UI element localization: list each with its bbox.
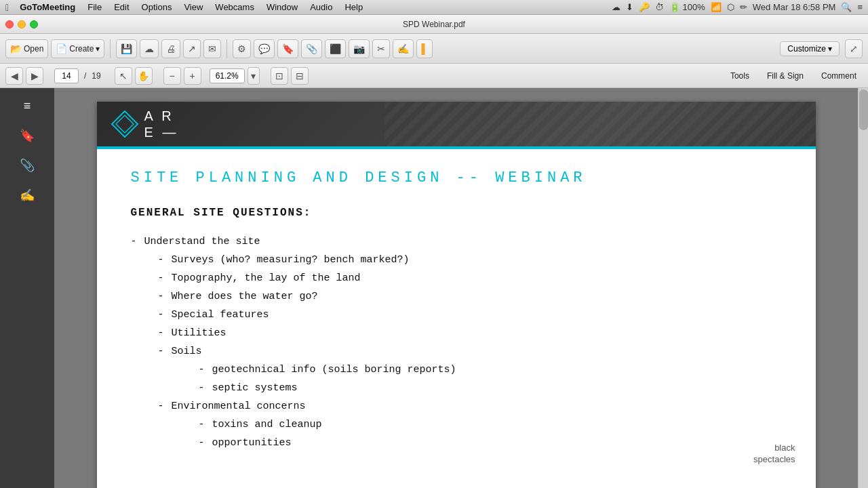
stamp-icon: 🔖 xyxy=(282,43,294,54)
create-label: Create xyxy=(69,44,94,54)
file-menu[interactable]: File xyxy=(82,1,107,14)
cloud-icon: ☁ xyxy=(144,43,154,54)
toolbar-separator-1 xyxy=(110,39,111,58)
watermark-line2: spectacles xyxy=(753,454,795,464)
attach-icon: 📎 xyxy=(306,43,317,54)
attach-button[interactable]: 📎 xyxy=(301,39,322,58)
sign-icon: ✍ xyxy=(397,43,409,54)
cursor-tool-button[interactable]: ↖ xyxy=(115,67,132,85)
zoom-out-icon: − xyxy=(170,70,175,81)
sidebar-bookmarks-button[interactable]: 🔖 xyxy=(15,123,39,148)
settings-button[interactable]: ⚙ xyxy=(233,39,251,58)
help-menu[interactable]: Help xyxy=(339,1,368,14)
comment-button[interactable]: Comment xyxy=(815,68,863,83)
redact-button[interactable]: ⬛ xyxy=(325,39,346,58)
fit-width-button[interactable]: ⊟ xyxy=(291,67,309,85)
signature-icon: ✍ xyxy=(20,188,35,203)
pdf-viewer[interactable]: A R E — SITE PLANNING AND DESIGN -- WEBI… xyxy=(54,88,858,488)
edit-menu[interactable]: Edit xyxy=(108,1,134,14)
pen-icon: ✏ xyxy=(740,2,747,12)
scan-button[interactable]: 📷 xyxy=(349,39,370,58)
menu-icon[interactable]: ≡ xyxy=(857,2,863,12)
create-arrow-icon: ▾ xyxy=(96,44,100,54)
pdf-header: A R E — xyxy=(97,102,816,149)
search-icon[interactable]: 🔍 xyxy=(841,2,852,12)
list-item: geotechnical info (soils boring reports) xyxy=(212,361,782,379)
zoom-in-icon: + xyxy=(190,70,195,81)
sidebar: ≡ 🔖 📎 ✍ xyxy=(0,88,54,488)
scroll-thumb[interactable] xyxy=(859,89,868,130)
fullscreen-button[interactable]: ⤢ xyxy=(845,39,863,58)
zoom-input[interactable] xyxy=(210,68,245,83)
scroll-bar[interactable] xyxy=(858,88,868,488)
pdf-content: SITE PLANNING AND DESIGN -- WEBINAR GENE… xyxy=(97,149,816,479)
sidebar-attachments-button[interactable]: 📎 xyxy=(15,153,39,178)
create-icon: 📄 xyxy=(56,43,67,54)
view-menu[interactable]: View xyxy=(178,1,208,14)
list-item: toxins and cleanup xyxy=(212,415,782,434)
stamp-button[interactable]: 🔖 xyxy=(277,39,298,58)
list-item: Understand the site xyxy=(144,232,782,251)
crop-button[interactable]: ✂ xyxy=(372,39,390,58)
fit-width-icon: ⊟ xyxy=(296,70,304,81)
create-button[interactable]: 📄 Create ▾ xyxy=(51,39,104,58)
sign-button[interactable]: ✍ xyxy=(393,39,414,58)
email-button[interactable]: ✉ xyxy=(203,39,221,58)
sidebar-panels-button[interactable]: ≡ xyxy=(15,94,39,118)
window-menu[interactable]: Window xyxy=(261,1,303,14)
tools-button[interactable]: Tools xyxy=(724,68,755,83)
logo-text: A R E — xyxy=(144,108,179,140)
maximize-button[interactable] xyxy=(30,20,38,28)
apple-menu[interactable]:  xyxy=(5,2,9,13)
scan-icon: 📷 xyxy=(353,43,365,54)
fill-sign-button[interactable]: Fill & Sign xyxy=(761,68,810,83)
clock-icon: Wed Mar 18 6:58 PM xyxy=(753,2,836,12)
zoom-dropdown-button[interactable]: ▾ xyxy=(248,67,260,85)
total-pages: 19 xyxy=(92,71,100,81)
save-button[interactable]: 💾 xyxy=(116,39,137,58)
folder-icon: 📂 xyxy=(10,43,22,54)
cloud-save-button[interactable]: ☁ xyxy=(140,39,159,58)
redact-icon: ⬛ xyxy=(330,43,341,54)
print-button[interactable]: 🖨 xyxy=(161,39,180,58)
open-button[interactable]: 📂 Open xyxy=(5,39,48,58)
app-menu[interactable]: GoToMeeting xyxy=(14,1,81,14)
menu-bar:  GoToMeeting File Edit Options View Web… xyxy=(0,0,868,15)
share-button[interactable]: ↗ xyxy=(183,39,201,58)
main-area: ≡ 🔖 📎 ✍ A R E — xyxy=(0,88,868,488)
hand-tool-button[interactable]: ✋ xyxy=(135,67,153,85)
print-icon: 🖨 xyxy=(166,43,176,54)
zoom-in-button[interactable]: + xyxy=(184,67,201,85)
sidebar-signature-button[interactable]: ✍ xyxy=(15,183,39,207)
watermark-line1: black xyxy=(774,443,795,453)
gotomeeting-icon: ☁ xyxy=(612,2,620,12)
page-number-input[interactable] xyxy=(54,68,79,83)
zoom-arrow-icon: ▾ xyxy=(251,70,256,81)
audio-menu[interactable]: Audio xyxy=(304,1,338,14)
wifi-icon: 📶 xyxy=(711,2,722,12)
logo-box: A R E — xyxy=(111,108,179,140)
minimize-button[interactable] xyxy=(18,20,26,28)
open-label: Open xyxy=(24,44,43,54)
traffic-lights xyxy=(5,20,38,28)
zoom-out-button[interactable]: − xyxy=(163,67,181,85)
nav-bar: ◀ ▶ / 19 ↖ ✋ − + ▾ ⊡ ⊟ Tools Fill & Sign… xyxy=(0,64,868,88)
battery-icon: 🔋 100% xyxy=(669,2,705,12)
options-menu[interactable]: Options xyxy=(136,1,178,14)
pdf-title: SITE PLANNING AND DESIGN -- WEBINAR xyxy=(131,169,782,186)
back-nav-button[interactable]: ◀ xyxy=(5,67,23,85)
list-item: Soils xyxy=(172,342,782,361)
share-icon: ↗ xyxy=(188,43,196,54)
forward-nav-button[interactable]: ▶ xyxy=(26,67,43,85)
bookmark-icon: 🔖 xyxy=(20,128,35,143)
close-button[interactable] xyxy=(5,20,14,28)
fit-page-button[interactable]: ⊡ xyxy=(271,67,288,85)
highlight-button[interactable]: ▌ xyxy=(416,39,433,58)
customize-button[interactable]: Customize ▾ xyxy=(780,41,840,56)
nav-right: Tools Fill & Sign Comment xyxy=(724,68,863,83)
menubar-right: ☁ ⬇ 🔑 ⏱ 🔋 100% 📶 ⬡ ✏ Wed Mar 18 6:58 PM … xyxy=(612,2,863,12)
attachment-icon: 📎 xyxy=(20,158,35,173)
webcams-menu[interactable]: Webcams xyxy=(210,1,260,14)
comment-tool-button[interactable]: 💬 xyxy=(254,39,275,58)
toolbar: 📂 Open 📄 Create ▾ 💾 ☁ 🖨 ↗ ✉ ⚙ 💬 🔖 📎 ⬛ 📷 … xyxy=(0,34,868,64)
